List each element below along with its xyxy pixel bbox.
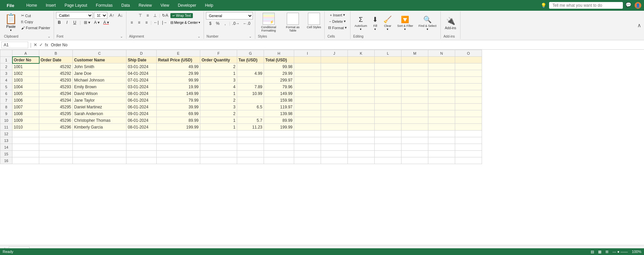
cell-I9[interactable]: [294, 110, 321, 117]
row-header-15[interactable]: 15: [0, 151, 12, 157]
cell-M12[interactable]: [401, 131, 428, 137]
cell-F12[interactable]: [200, 131, 237, 137]
cell-M11[interactable]: [401, 124, 428, 131]
col-header-J[interactable]: J: [321, 50, 348, 57]
currency-button[interactable]: $: [207, 20, 214, 27]
format-as-table-button[interactable]: Format as Table: [281, 12, 304, 33]
cell-E2[interactable]: 49.99: [157, 63, 200, 70]
cell-C8[interactable]: Daniel Martinez: [73, 104, 126, 110]
cell-M9[interactable]: [401, 110, 428, 117]
tab-formulas[interactable]: Formulas: [92, 2, 117, 9]
cell-G5[interactable]: 7.89: [237, 84, 264, 90]
align-left-button[interactable]: ≡: [128, 19, 135, 26]
tab-developer[interactable]: Developer: [174, 2, 200, 9]
cell-J14[interactable]: [321, 144, 348, 151]
cell-M10[interactable]: [401, 117, 428, 124]
cell-I8[interactable]: [294, 104, 321, 110]
borders-button[interactable]: ⊞ ▾: [83, 19, 92, 26]
cell-L16[interactable]: [375, 157, 401, 164]
cell-A1[interactable]: Order No: [12, 57, 39, 63]
cell-F3[interactable]: 1: [200, 70, 237, 77]
cell-B8[interactable]: 45295: [39, 104, 73, 110]
cell-A12[interactable]: [12, 131, 39, 137]
italic-button[interactable]: I: [64, 19, 70, 26]
cell-I11[interactable]: [294, 124, 321, 131]
font-size-select[interactable]: 10: [94, 12, 107, 19]
cell-J11[interactable]: [321, 124, 348, 131]
col-header-C[interactable]: C: [73, 50, 126, 57]
row-header-11[interactable]: 11: [0, 124, 12, 131]
cell-J9[interactable]: [321, 110, 348, 117]
col-header-O[interactable]: O: [455, 50, 482, 57]
cell-A5[interactable]: 1004: [12, 84, 39, 90]
cell-G15[interactable]: [237, 151, 264, 157]
cell-L8[interactable]: [375, 104, 401, 110]
cell-I2[interactable]: [294, 63, 321, 70]
cell-D1[interactable]: Ship Date: [126, 57, 157, 63]
cell-L10[interactable]: [375, 117, 401, 124]
cell-F6[interactable]: 1: [200, 90, 237, 97]
cell-J6[interactable]: [321, 90, 348, 97]
cell-C1[interactable]: Customer Name: [73, 57, 126, 63]
merge-center-button[interactable]: ⊟ Merge & Center ▾: [169, 19, 202, 26]
cell-O14[interactable]: [455, 144, 482, 151]
cell-M6[interactable]: [401, 90, 428, 97]
cell-O6[interactable]: [455, 90, 482, 97]
col-header-H[interactable]: H: [264, 50, 294, 57]
cell-N2[interactable]: [428, 63, 455, 70]
cell-D4[interactable]: 07-01-2024: [126, 77, 157, 84]
cell-L13[interactable]: [375, 137, 401, 144]
cell-D6[interactable]: 08-01-2024: [126, 90, 157, 97]
cell-E13[interactable]: [157, 137, 200, 144]
cell-I15[interactable]: [294, 151, 321, 157]
cell-B1[interactable]: Order Date: [39, 57, 73, 63]
cell-D9[interactable]: 09-01-2024: [126, 110, 157, 117]
decrease-decimal-button[interactable]: ←.0: [241, 20, 252, 27]
cell-E3[interactable]: 29.99: [157, 70, 200, 77]
cell-G13[interactable]: [237, 137, 264, 144]
cell-O5[interactable]: [455, 84, 482, 90]
cell-A4[interactable]: 1003: [12, 77, 39, 84]
cell-G9[interactable]: [237, 110, 264, 117]
cell-E8[interactable]: 39.99: [157, 104, 200, 110]
cell-F5[interactable]: 4: [200, 84, 237, 90]
col-header-D[interactable]: D: [126, 50, 157, 57]
cell-O12[interactable]: [455, 131, 482, 137]
cell-N12[interactable]: [428, 131, 455, 137]
cell-N4[interactable]: [428, 77, 455, 84]
align-top-button[interactable]: ⊤: [137, 12, 144, 19]
cell-N7[interactable]: [428, 97, 455, 104]
cell-B7[interactable]: 45294: [39, 97, 73, 104]
increase-decimal-button[interactable]: .0→: [231, 20, 241, 27]
cell-K5[interactable]: [348, 84, 375, 90]
cell-D3[interactable]: 04-01-2024: [126, 70, 157, 77]
tab-review[interactable]: Review: [135, 2, 156, 9]
cell-E14[interactable]: [157, 144, 200, 151]
paste-button[interactable]: 📋 Paste ▾: [3, 12, 18, 33]
copy-button[interactable]: ⎘ Copy: [20, 19, 52, 24]
cell-B13[interactable]: [39, 137, 73, 144]
cell-A9[interactable]: 1008: [12, 110, 39, 117]
cell-O10[interactable]: [455, 117, 482, 124]
cell-B6[interactable]: 45294: [39, 90, 73, 97]
cell-C10[interactable]: Christopher Thomas: [73, 117, 126, 124]
font-color-button[interactable]: A ▾: [102, 19, 110, 26]
cell-K12[interactable]: [348, 131, 375, 137]
cell-M1[interactable]: [401, 57, 428, 63]
align-bottom-button[interactable]: ⊥: [152, 12, 158, 19]
number-format-select[interactable]: General: [206, 12, 253, 19]
cell-N6[interactable]: [428, 90, 455, 97]
cell-F9[interactable]: 2: [200, 110, 237, 117]
cell-N8[interactable]: [428, 104, 455, 110]
cell-F14[interactable]: [200, 144, 237, 151]
cell-B5[interactable]: 45293: [39, 84, 73, 90]
row-header-9[interactable]: 9: [0, 110, 12, 117]
cell-L7[interactable]: [375, 97, 401, 104]
cell-K4[interactable]: [348, 77, 375, 84]
cell-E15[interactable]: [157, 151, 200, 157]
cell-A7[interactable]: 1006: [12, 97, 39, 104]
cell-L6[interactable]: [375, 90, 401, 97]
cell-K9[interactable]: [348, 110, 375, 117]
fill-button[interactable]: ⬇ Fill ▾: [370, 15, 380, 32]
cell-N9[interactable]: [428, 110, 455, 117]
